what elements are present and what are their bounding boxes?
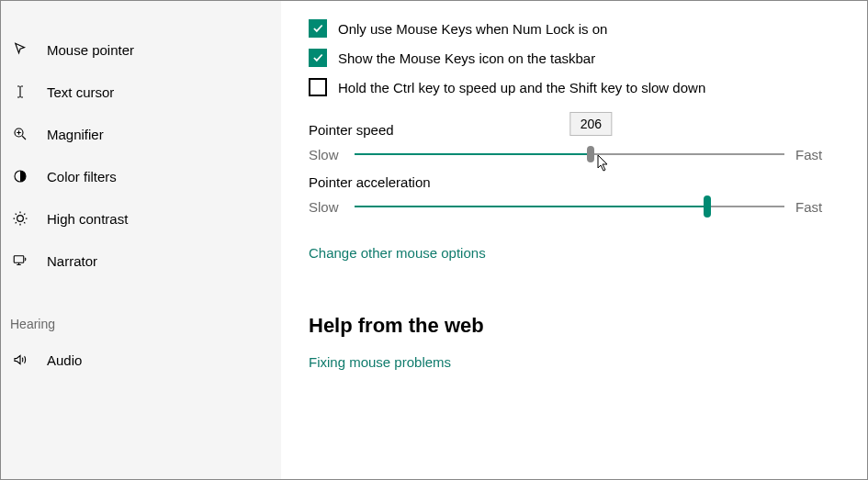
slider-thumb[interactable] xyxy=(704,195,711,218)
sidebar-item-color-filters[interactable]: Color filters xyxy=(1,155,281,197)
audio-icon xyxy=(10,350,30,370)
sidebar-item-label: Narrator xyxy=(47,253,97,269)
pointer-speed-slider[interactable]: 206 xyxy=(355,145,784,163)
help-heading: Help from the web xyxy=(309,314,830,338)
sidebar-item-high-contrast[interactable]: High contrast xyxy=(1,197,281,240)
sidebar-item-label: Color filters xyxy=(47,169,117,184)
narrator-icon xyxy=(10,251,30,271)
fixing-mouse-problems-link[interactable]: Fixing mouse problems xyxy=(309,354,451,370)
sidebar-item-text-cursor[interactable]: Text cursor xyxy=(1,71,281,113)
svg-point-3 xyxy=(17,216,24,222)
sidebar-item-label: High contrast xyxy=(47,211,128,227)
main-content: Only use Mouse Keys when Num Lock is on … xyxy=(281,1,867,479)
sidebar-category-hearing: Hearing xyxy=(1,317,281,331)
checkbox-label: Only use Mouse Keys when Num Lock is on xyxy=(338,21,607,37)
sidebar-item-label: Mouse pointer xyxy=(47,42,134,58)
high-contrast-icon xyxy=(10,208,30,229)
magnifier-icon xyxy=(10,124,30,144)
pointer-accel-section: Pointer acceleration Slow Fast xyxy=(309,174,830,216)
sidebar-item-narrator[interactable]: Narrator xyxy=(1,240,281,282)
checkbox-label: Show the Mouse Keys icon on the taskbar xyxy=(338,50,595,66)
change-other-mouse-options-link[interactable]: Change other mouse options xyxy=(309,245,486,261)
mouse-pointer-icon xyxy=(10,39,30,60)
color-filters-icon xyxy=(10,166,30,186)
checkbox-row-numlock[interactable]: Only use Mouse Keys when Num Lock is on xyxy=(309,19,830,38)
slider-tooltip: 206 xyxy=(570,112,612,136)
checkbox-label: Hold the Ctrl key to speed up and the Sh… xyxy=(338,80,705,95)
slider-max-label: Fast xyxy=(795,199,830,215)
sidebar-item-label: Audio xyxy=(47,352,82,368)
svg-rect-4 xyxy=(14,256,24,263)
sidebar-item-label: Magnifier xyxy=(47,127,104,142)
sidebar-item-label: Text cursor xyxy=(47,84,114,100)
pointer-accel-slider[interactable] xyxy=(355,197,784,216)
cursor-icon xyxy=(597,154,612,175)
checkbox-numlock[interactable] xyxy=(309,19,327,38)
checkbox-taskbar[interactable] xyxy=(309,49,327,67)
sidebar: Mouse pointer Text cursor Magnifier Colo… xyxy=(1,1,281,479)
checkbox-row-ctrlshift[interactable]: Hold the Ctrl key to speed up and the Sh… xyxy=(309,78,830,96)
slider-min-label: Slow xyxy=(309,199,344,215)
sidebar-item-audio[interactable]: Audio xyxy=(1,339,281,381)
text-cursor-icon xyxy=(10,82,30,102)
slider-max-label: Fast xyxy=(795,147,830,162)
checkbox-ctrlshift[interactable] xyxy=(309,78,327,96)
sidebar-item-mouse-pointer[interactable]: Mouse pointer xyxy=(1,28,281,71)
checkbox-row-taskbar[interactable]: Show the Mouse Keys icon on the taskbar xyxy=(309,49,830,67)
sidebar-item-magnifier[interactable]: Magnifier xyxy=(1,113,281,155)
pointer-accel-label: Pointer acceleration xyxy=(309,174,830,190)
slider-min-label: Slow xyxy=(309,147,344,162)
slider-thumb[interactable] xyxy=(587,146,594,162)
pointer-speed-section: Pointer speed Slow 206 Fast xyxy=(309,122,830,163)
svg-point-2 xyxy=(17,173,19,175)
